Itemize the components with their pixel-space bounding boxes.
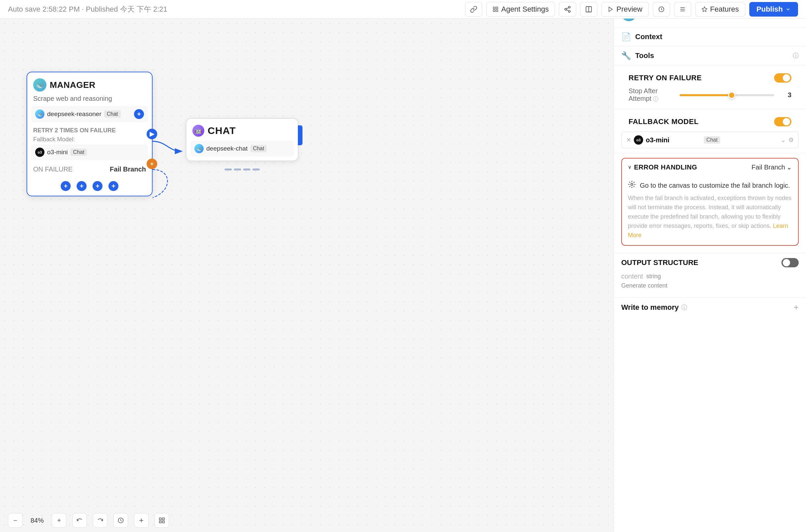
footer-add-btn-3[interactable]: +: [93, 181, 102, 191]
retry-header-row: RETRY ON FAILURE ✓: [621, 70, 799, 84]
redo-btn[interactable]: [93, 513, 108, 528]
link-icon-btn[interactable]: [465, 2, 482, 17]
chat-model-name: deepseek-chat: [206, 145, 248, 152]
chat-bottom-dashes: [225, 169, 260, 170]
chat-model-badge: Chat: [250, 145, 267, 152]
fallback-model-row: o3 o3-mini Chat: [31, 144, 148, 160]
footer-add-btn-2[interactable]: +: [77, 181, 87, 191]
fail-branch-chevron-icon: ⌄: [786, 163, 792, 171]
add-node-btn[interactable]: [134, 513, 149, 528]
fallback-toggle[interactable]: ✓: [774, 117, 791, 126]
output-toggle[interactable]: [782, 258, 799, 267]
svg-point-4: [569, 6, 571, 8]
canvas-text: Go to the canvas to customize the fail b…: [640, 182, 790, 189]
on-failure-label: ON FAILURE: [33, 166, 73, 173]
error-desc-text: When the fail branch is activated, excep…: [628, 195, 791, 229]
features-label: Features: [710, 5, 739, 14]
output-desc: Generate content: [621, 282, 799, 292]
memory-label-row: Write to memory ⓘ: [621, 303, 687, 312]
canvas-icon: [628, 180, 636, 190]
output-row: content string: [621, 271, 799, 282]
topbar: Auto save 2:58:22 PM · Published 今天 下午 2…: [0, 0, 806, 19]
manager-add-btn[interactable]: +: [134, 109, 144, 119]
zoom-out-btn[interactable]: −: [8, 513, 22, 528]
canvas[interactable]: 🐋 MANAGER Scrape web and reasoning 🐋 dee…: [0, 19, 614, 532]
attempt-value: 3: [778, 91, 791, 99]
connector-bottom-right[interactable]: +: [147, 158, 157, 169]
context-row[interactable]: 📄 Context: [614, 27, 806, 46]
footer-add-btn-1[interactable]: +: [61, 181, 71, 191]
error-title: ∨ ERROR HANDLING: [628, 164, 697, 171]
memory-row: Write to memory ⓘ +: [614, 297, 806, 317]
attempt-slider[interactable]: [679, 91, 774, 99]
retry-label: RETRY 2 TIMES ON FAILURE: [27, 125, 152, 135]
columns-icon-btn[interactable]: [580, 2, 597, 17]
settings-icon-btn[interactable]: [674, 2, 691, 17]
chat-right-bar: [298, 126, 303, 145]
fail-branch-option: Fail Branch: [752, 164, 785, 171]
error-desc: When the fail branch is activated, excep…: [628, 194, 792, 240]
zoom-out-icon: −: [13, 517, 17, 525]
svg-rect-2: [494, 10, 495, 11]
publish-btn[interactable]: Publish: [749, 2, 798, 17]
deepseek-chat-icon: 🐋: [194, 144, 204, 153]
add-memory-btn[interactable]: +: [794, 302, 799, 312]
learn-text: Learn: [773, 223, 788, 229]
manager-desc: Scrape web and reasoning: [27, 95, 152, 106]
features-btn[interactable]: Features: [695, 2, 745, 17]
history-icon-btn[interactable]: [653, 2, 670, 17]
grid-btn[interactable]: [155, 513, 169, 528]
chat-title: CHAT: [208, 125, 236, 136]
panel-fallback-badge: Chat: [704, 136, 721, 144]
undo-btn[interactable]: [72, 513, 87, 528]
tools-label: Tools: [635, 52, 789, 60]
share-icon-btn[interactable]: [559, 2, 576, 17]
svg-rect-3: [496, 10, 498, 11]
output-type: string: [647, 273, 661, 280]
manager-header: 🐋 MANAGER: [27, 72, 152, 95]
fallback-settings-icon[interactable]: ⚙: [788, 136, 794, 144]
error-handling-box: ∨ ERROR HANDLING Fail Branch ⌄ Go to the…: [621, 158, 799, 246]
preview-btn[interactable]: Preview: [601, 2, 649, 17]
fallback-model-badge: Chat: [70, 149, 87, 156]
manager-icon: 🐋: [33, 78, 46, 92]
canvas-row: Go to the canvas to customize the fail b…: [628, 180, 792, 194]
slider-fill: [679, 94, 732, 96]
agent-settings-btn[interactable]: Agent Settings: [486, 2, 555, 17]
manager-node: 🐋 MANAGER Scrape web and reasoning 🐋 dee…: [26, 72, 153, 196]
more-text: More: [628, 232, 641, 239]
svg-rect-24: [162, 521, 165, 523]
error-handling-label: ERROR HANDLING: [634, 164, 697, 171]
topbar-center: Agent Settings Preview Features Publish: [465, 2, 798, 17]
fail-branch-select[interactable]: Fail Branch ⌄: [752, 163, 792, 171]
stop-after-label: Stop After Attempt ⓘ: [629, 87, 676, 103]
error-chevron-icon[interactable]: ∨: [628, 165, 632, 170]
panel-o3-icon: o3: [634, 135, 643, 145]
chat-model-row: 🐋 deepseek-chat Chat: [190, 140, 294, 156]
chat-header: 🤖 CHAT: [187, 119, 298, 140]
fail-branch-label: Fail Branch: [110, 166, 146, 173]
manager-model-badge: Chat: [104, 111, 121, 118]
context-label: Context: [635, 33, 799, 41]
history-btn[interactable]: [113, 513, 128, 528]
svg-line-8: [567, 7, 569, 8]
chat-node: 🤖 CHAT 🐋 deepseek-chat Chat: [186, 118, 299, 161]
connector-right[interactable]: ▶: [147, 129, 157, 139]
tools-row[interactable]: 🔧 Tools ⓘ: [614, 46, 806, 65]
on-failure-row: ON FAILURE Fail Branch: [27, 163, 152, 178]
slider-thumb[interactable]: [728, 92, 735, 99]
svg-rect-0: [494, 7, 495, 8]
retry-toggle-check: ✓: [785, 75, 789, 81]
output-key: content: [621, 273, 643, 280]
svg-point-5: [565, 8, 567, 10]
o3-icon: o3: [35, 148, 44, 157]
topbar-left: Auto save 2:58:22 PM · Published 今天 下午 2…: [8, 4, 461, 14]
retry-toggle[interactable]: ✓: [774, 73, 791, 82]
retry-label-panel: RETRY ON FAILURE: [629, 74, 702, 82]
remove-fallback-btn[interactable]: ✕: [626, 136, 631, 144]
zoom-in-btn[interactable]: +: [52, 513, 66, 528]
memory-label: Write to memory: [621, 303, 679, 312]
publish-label: Publish: [756, 5, 783, 14]
fallback-chevron-icon[interactable]: ⌄: [781, 136, 786, 144]
footer-add-btn-4[interactable]: +: [109, 181, 118, 191]
